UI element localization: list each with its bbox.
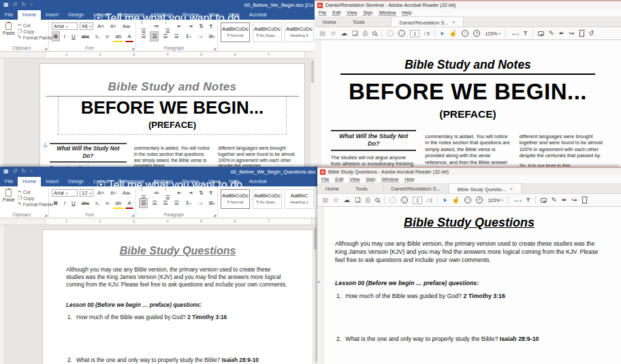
fill-sign-icon[interactable]: ✒ <box>559 30 564 37</box>
font-size-select[interactable]: 12▾ <box>80 189 93 197</box>
style-item[interactable]: AaBbCcDc ¶ No Spac... <box>253 189 282 209</box>
tab-home[interactable]: Home <box>315 16 345 27</box>
menu-item[interactable]: Sign <box>366 177 375 182</box>
zoom-in-icon[interactable]: + <box>476 197 483 203</box>
tell-me-box[interactable]: ☉ Tell me what you want to do <box>93 12 240 27</box>
pdf-document-area[interactable]: ▸ Bible Study Questions Although you may… <box>317 207 621 364</box>
ribbon-tab[interactable]: Home <box>18 177 41 186</box>
align-right-icon[interactable]: ☰ <box>161 198 170 208</box>
export-pdf-icon[interactable]: ❏ <box>352 30 358 37</box>
rotate-pages-icon[interactable]: ↺ <box>589 30 594 37</box>
title-text-box[interactable]: BEFORE WE BEGIN... (PREFACE) <box>58 97 287 135</box>
star-favorites-icon[interactable]: ☆ <box>333 197 339 203</box>
select-tool-icon[interactable]: ➤ <box>441 197 448 203</box>
paragraph-dialog-launcher-icon[interactable]: ◢ <box>213 213 216 217</box>
undo-icon[interactable]: ↺ <box>13 169 18 174</box>
previous-page-icon[interactable]: ↑ <box>387 30 394 37</box>
undo-icon[interactable]: ↺ <box>13 2 18 7</box>
shading-icon[interactable]: ◌▾ <box>195 198 204 209</box>
ribbon-tab[interactable]: File <box>0 10 18 20</box>
hand-tool-icon[interactable]: ☝ <box>452 197 460 203</box>
qat-customize-icon[interactable]: ▾ <box>30 169 33 174</box>
document-page[interactable]: Bible Study Questions Although you may u… <box>42 229 313 364</box>
borders-icon[interactable]: ⊞▾ <box>206 31 217 42</box>
delete-pages-icon[interactable] <box>582 198 587 203</box>
print-icon[interactable]: ⎙ <box>366 197 371 203</box>
align-center-icon[interactable]: ☰ <box>150 198 159 208</box>
menu-item[interactable]: Window <box>381 177 398 182</box>
vertical-scrollbar[interactable] <box>313 225 317 364</box>
ribbon-tab[interactable]: Acrobat <box>244 177 272 186</box>
line-spacing-icon[interactable]: ⇕▾ <box>183 198 193 209</box>
align-center-icon[interactable]: ☰ <box>150 31 159 42</box>
style-item[interactable]: AaBbC Heading 1 <box>285 189 314 209</box>
align-left-icon[interactable]: ☰ <box>139 31 148 42</box>
qat-customize-icon[interactable]: ▾ <box>30 2 33 7</box>
ribbon-tab[interactable]: Acrobat <box>244 10 272 20</box>
borders-icon[interactable]: ⊞▾ <box>206 198 217 209</box>
send-for-review-icon[interactable]: ↪ <box>572 197 577 203</box>
close-tab-icon[interactable]: × <box>452 20 456 25</box>
expand-panel-icon[interactable]: ▸ <box>318 279 320 284</box>
page-panel-strip[interactable] <box>317 207 323 364</box>
paragraph-dialog-launcher-icon[interactable]: ◢ <box>213 46 216 50</box>
page-panel-strip[interactable] <box>315 40 321 167</box>
font-dialog-launcher-icon[interactable]: ◢ <box>131 46 134 50</box>
zoom-out-icon[interactable]: − <box>464 197 471 203</box>
line-spacing-icon[interactable]: ⇕▾ <box>183 31 193 42</box>
reading-mode-icon[interactable]: Ŧ <box>526 197 530 203</box>
tab-tools[interactable]: Tools <box>345 16 373 27</box>
export-pdf-icon[interactable]: ❏ <box>355 197 361 203</box>
menu-item[interactable]: Edit <box>335 177 343 182</box>
italic-button[interactable]: I <box>62 31 67 42</box>
close-tab-icon[interactable]: × <box>510 186 513 192</box>
underline-button[interactable]: U <box>69 198 78 208</box>
save-icon[interactable]: ▦ <box>322 197 328 203</box>
shading-icon[interactable]: ◌▾ <box>195 31 204 42</box>
zoom-level-select[interactable]: 123%▾ <box>485 31 500 36</box>
zoom-level-select[interactable]: 123%▾ <box>488 198 503 203</box>
redo-icon[interactable]: ↻ <box>21 2 26 7</box>
format-painter-button[interactable]: ✎Format Painter <box>18 35 54 40</box>
zoom-in-icon[interactable]: + <box>473 30 480 37</box>
style-item[interactable]: AaBbCcDc ¶ No Spac... <box>253 22 282 42</box>
tab-tools[interactable]: Tools <box>347 183 376 193</box>
document-tab[interactable]: Daniel/Revelation S... × <box>391 16 464 27</box>
font-dialog-launcher-icon[interactable]: ◢ <box>131 213 134 217</box>
delete-pages-icon[interactable] <box>579 31 584 37</box>
justify-icon[interactable]: ☰ <box>172 198 181 208</box>
menu-item[interactable]: View <box>349 177 360 182</box>
save-icon[interactable]: ▦ <box>3 2 9 7</box>
zoom-out-icon[interactable]: − <box>462 30 468 37</box>
strikethrough-button[interactable]: abc <box>80 31 91 42</box>
menu-item[interactable]: Help <box>402 10 411 15</box>
clipboard-dialog-launcher-icon[interactable]: ◢ <box>44 46 47 50</box>
hand-tool-icon[interactable]: ☝ <box>449 30 458 37</box>
fit-width-icon[interactable]: ↔▾ <box>511 30 519 37</box>
bold-button[interactable]: B <box>52 31 60 42</box>
document-tab[interactable]: Daniel/Revelation S... × <box>383 183 449 193</box>
ribbon-tab[interactable]: File <box>0 177 18 186</box>
star-favorites-icon[interactable]: ☆ <box>330 30 336 37</box>
pencil-icon[interactable]: ✎ <box>552 197 557 203</box>
strikethrough-button[interactable]: abc <box>80 198 91 208</box>
superscript-button[interactable]: x² <box>104 31 111 42</box>
select-tool-icon[interactable]: ➤ <box>439 30 445 37</box>
menu-item[interactable]: File <box>321 177 329 182</box>
document-page[interactable]: Bible Study and Notes BEFORE WE BEGIN...… <box>39 63 305 169</box>
cloud-upload-icon[interactable]: ☁ <box>341 30 348 37</box>
search-icon[interactable] <box>372 31 377 35</box>
font-name-select[interactable]: Arial▾ <box>52 22 78 30</box>
subscript-button[interactable]: x₂ <box>93 198 101 208</box>
ribbon-tab[interactable]: Design <box>63 177 89 186</box>
comment-icon[interactable] <box>541 198 547 203</box>
ribbon-tab[interactable]: Insert <box>41 177 63 186</box>
menu-item[interactable]: Help <box>404 177 414 182</box>
justify-icon[interactable]: ☰ <box>172 31 181 42</box>
align-right-icon[interactable]: ☰ <box>161 31 170 42</box>
font-color-button[interactable]: A <box>125 198 133 209</box>
fit-width-icon[interactable]: ↔▾ <box>513 197 522 203</box>
send-for-review-icon[interactable]: ↪ <box>569 30 575 37</box>
align-left-icon[interactable]: ☰ <box>139 198 148 208</box>
copy-button[interactable]: ❐Copy <box>18 29 54 34</box>
